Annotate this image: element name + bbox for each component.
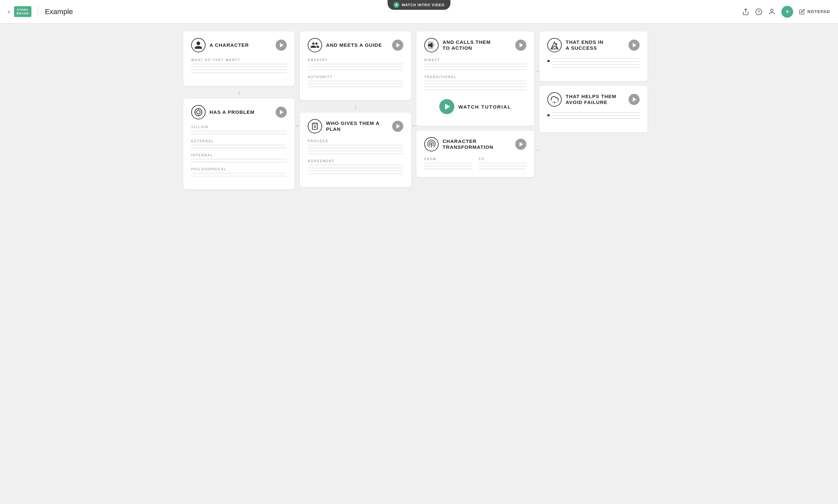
to-label: TO — [478, 157, 526, 161]
transformation-icon-circle — [424, 137, 439, 151]
calls-title-line1: AND CALLS THEM — [442, 39, 491, 45]
problem-play-button[interactable] — [276, 107, 287, 118]
from-col: FROM — [424, 157, 472, 169]
card-guide: AND MEETS A GUIDE EMPATHY AUTHORITY — [300, 31, 411, 100]
fingerprint-icon — [427, 140, 436, 149]
transitional-label: TRANSITIONAL — [424, 75, 526, 79]
philosophical-label: PHILOSOPHICAL — [191, 167, 287, 171]
card-plan-header-left: WHO GIVES THEM A PLAN — [308, 119, 392, 133]
success-title-line1: THAT ENDS IN — [566, 39, 604, 45]
authority-field: AUTHORITY — [308, 75, 403, 87]
failure-bullet-list — [547, 112, 640, 121]
svg-point-4 — [197, 110, 200, 114]
topbar-right: + NOTEPAD — [742, 6, 830, 18]
plan-title: WHO GIVES THEM A PLAN — [326, 120, 392, 132]
internal-field: INTERNAL — [191, 154, 287, 162]
notepad-icon — [799, 9, 805, 15]
process-field: PROCESS — [308, 139, 403, 154]
notepad-button[interactable]: NOTEPAD — [799, 9, 830, 15]
empathy-lines — [308, 64, 403, 70]
authority-label: AUTHORITY — [308, 75, 403, 79]
card-character-header: A CHARACTER — [191, 38, 287, 52]
card-problem-header-left: HAS A PROBLEM — [191, 105, 255, 119]
svg-point-16 — [556, 43, 557, 45]
share-icon — [742, 8, 749, 15]
success-bullet-dot — [547, 60, 549, 62]
success-bullet-item — [547, 58, 640, 70]
villain-field: VILLAIN — [191, 125, 287, 134]
column-2: AND MEETS A GUIDE EMPATHY AUTHORITY — [300, 31, 411, 190]
character-icon — [191, 38, 206, 52]
user-icon — [768, 8, 775, 15]
villain-lines — [191, 131, 287, 134]
card-transformation: CHARACTER TRANSFORMATION FROM TO — [416, 130, 534, 177]
success-bullet-list — [547, 58, 640, 70]
guide-title: AND MEETS A GUIDE — [326, 42, 382, 48]
from-lines — [424, 163, 472, 169]
calls-title-line2: TO ACTION — [442, 45, 491, 51]
guide-play-button[interactable] — [392, 40, 403, 51]
transitional-lines — [424, 81, 526, 90]
person-silhouette-icon — [194, 40, 203, 50]
failure-play-button[interactable] — [629, 94, 640, 105]
column-4: THAT ENDS IN A SUCCESS — [539, 31, 647, 190]
process-label: PROCESS — [308, 139, 403, 143]
target-icon — [194, 108, 203, 116]
mountain-icon — [550, 40, 559, 50]
diag-arrow-col2-col3: ↗ — [411, 117, 416, 190]
page-title: Example — [45, 7, 73, 16]
transformation-title: CHARACTER TRANSFORMATION — [442, 138, 515, 150]
arrow-character-to-problem: ↓ — [183, 89, 295, 96]
external-lines — [191, 145, 287, 148]
svg-point-14 — [431, 143, 432, 145]
character-title: A CHARACTER — [209, 42, 249, 48]
watch-tutorial-label: WATCH TUTORIAL — [458, 104, 511, 110]
card-success: THAT ENDS IN A SUCCESS — [539, 31, 647, 81]
topbar: WATCH INTRO VIDEO ‹ STORYBRAND Example — [0, 0, 838, 23]
character-play-button[interactable] — [276, 40, 287, 51]
connector-col-3-4: → → — [534, 31, 539, 190]
card-guide-header: AND MEETS A GUIDE — [308, 38, 403, 52]
watch-tutorial-section[interactable]: WATCH TUTORIAL — [424, 95, 526, 118]
card-calls-header: AND CALLS THEM TO ACTION — [424, 38, 526, 52]
column-1: A CHARACTER WHAT DO THEY WANT? ↓ — [183, 31, 295, 190]
card-problem: HAS A PROBLEM VILLAIN EXTERNAL — [183, 98, 295, 190]
connector-col-2-3: ↗ — [411, 31, 416, 190]
from-label: FROM — [424, 157, 472, 161]
arrow-guide-to-plan: ↓ — [300, 103, 411, 110]
history-button[interactable] — [755, 8, 762, 15]
card-character: A CHARACTER WHAT DO THEY WANT? — [183, 31, 295, 86]
plan-play-button[interactable] — [392, 121, 403, 132]
share-button[interactable] — [742, 8, 749, 15]
success-play-button[interactable] — [629, 40, 640, 51]
transitional-field: TRANSITIONAL — [424, 75, 526, 90]
direct-label: DIRECT — [424, 58, 526, 62]
calls-play-button[interactable] — [515, 40, 526, 51]
problem-icon — [191, 105, 206, 119]
guide-silhouette-icon — [310, 40, 319, 50]
character-what-label: WHAT DO THEY WANT? — [191, 58, 287, 62]
empathy-label: EMPATHY — [308, 58, 403, 62]
agreement-lines — [308, 165, 403, 174]
agreement-field: AGREEMENT — [308, 159, 403, 174]
clock-icon — [755, 8, 762, 15]
card-problem-header: HAS A PROBLEM — [191, 105, 287, 119]
failure-title-line1: THAT HELPS THEM — [566, 93, 616, 100]
user-button[interactable] — [768, 8, 775, 15]
failure-bullet-lines — [552, 112, 640, 121]
card-failure-header-left: THAT HELPS THEM AVOID FAILURE — [547, 92, 616, 107]
transformation-play-button[interactable] — [515, 139, 526, 150]
card-success-header: THAT ENDS IN A SUCCESS — [547, 38, 640, 52]
card-transformation-header: CHARACTER TRANSFORMATION — [424, 137, 526, 151]
back-button[interactable]: ‹ — [8, 8, 10, 15]
card-plan-header: WHO GIVES THEM A PLAN — [308, 119, 403, 133]
agreement-label: AGREEMENT — [308, 159, 403, 163]
to-col: TO — [478, 157, 526, 169]
character-what-lines — [191, 64, 287, 73]
direct-lines — [424, 64, 526, 70]
watch-intro-video-button[interactable]: WATCH INTRO VIDEO — [388, 0, 450, 10]
card-success-header-left: THAT ENDS IN A SUCCESS — [547, 38, 604, 52]
direct-field: DIRECT — [424, 58, 526, 70]
add-button[interactable]: + — [781, 6, 793, 18]
arrow-right-top — [295, 31, 300, 117]
